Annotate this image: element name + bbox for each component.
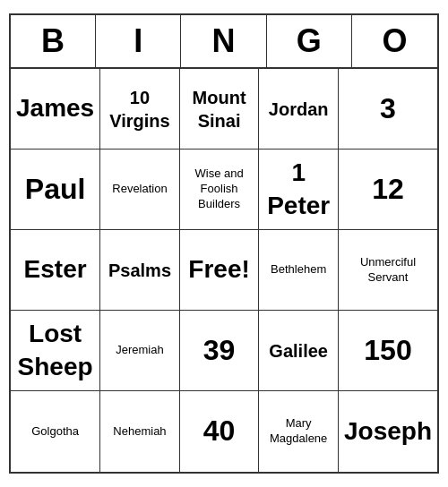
cell-text: 1 Peter: [264, 157, 332, 222]
cell-r4-c0: Golgotha: [11, 391, 100, 472]
cell-text: Wise and Foolish Builders: [185, 167, 254, 212]
cell-r0-c1: 10 Virgins: [100, 69, 180, 150]
cell-text: James: [16, 92, 94, 124]
cell-r3-c4: 150: [339, 311, 437, 391]
cell-r4-c3: Mary Magdalene: [259, 391, 339, 472]
cell-r0-c4: 3: [339, 69, 437, 150]
cell-text: Joseph: [344, 415, 432, 448]
cell-text: Mary Magdalene: [264, 416, 332, 447]
cell-r0-c3: Jordan: [259, 69, 339, 150]
cell-text: Mount Sinai: [185, 86, 254, 132]
cell-text: Paul: [25, 171, 86, 209]
cell-text: Unmerciful Servant: [344, 255, 432, 286]
cell-text: 12: [372, 171, 404, 209]
header-letter: N: [181, 15, 266, 67]
cell-text: Nehemiah: [113, 424, 166, 440]
cell-text: Revelation: [112, 182, 167, 197]
header-letter: I: [96, 15, 181, 67]
cell-text: 3: [380, 90, 396, 128]
cell-text: Golgotha: [31, 424, 79, 440]
cell-r1-c2: Wise and Foolish Builders: [180, 150, 260, 230]
cell-r0-c0: James: [11, 69, 100, 150]
cell-r1-c4: 12: [339, 150, 437, 230]
cell-text: 39: [203, 332, 236, 370]
cell-r3-c3: Galilee: [259, 311, 339, 391]
cell-r3-c0: Lost Sheep: [11, 311, 100, 391]
cell-text: 40: [203, 413, 236, 450]
bingo-card: BINGO James10 VirginsMount SinaiJordan3P…: [9, 13, 439, 474]
cell-text: Jeremiah: [116, 343, 163, 358]
bingo-grid: James10 VirginsMount SinaiJordan3PaulRev…: [11, 69, 437, 472]
cell-r2-c2: Free!: [180, 230, 260, 311]
cell-r1-c3: 1 Peter: [259, 150, 339, 230]
cell-text: Galilee: [269, 339, 328, 363]
cell-r4-c4: Joseph: [339, 391, 437, 472]
cell-r3-c2: 39: [180, 311, 260, 391]
cell-text: Jordan: [269, 98, 329, 121]
cell-r2-c3: Bethlehem: [259, 230, 339, 311]
cell-r1-c0: Paul: [11, 150, 100, 230]
cell-r4-c2: 40: [180, 391, 260, 472]
cell-r2-c0: Ester: [11, 230, 100, 311]
cell-r2-c4: Unmerciful Servant: [339, 230, 437, 311]
cell-text: 150: [364, 332, 411, 370]
cell-text: Ester: [24, 253, 87, 286]
header-letter: B: [11, 15, 96, 67]
cell-r4-c1: Nehemiah: [100, 391, 180, 472]
cell-r2-c1: Psalms: [100, 230, 180, 311]
cell-text: 10 Virgins: [106, 86, 174, 132]
bingo-header: BINGO: [11, 15, 437, 69]
cell-text: Bethlehem: [271, 262, 326, 278]
header-letter: O: [352, 15, 437, 67]
cell-text: Lost Sheep: [16, 318, 94, 383]
cell-text: Psalms: [108, 259, 171, 282]
cell-r0-c2: Mount Sinai: [180, 69, 260, 150]
header-letter: G: [267, 15, 352, 67]
cell-r1-c1: Revelation: [100, 150, 180, 230]
cell-r3-c1: Jeremiah: [100, 311, 180, 391]
cell-text: Free!: [188, 253, 249, 286]
